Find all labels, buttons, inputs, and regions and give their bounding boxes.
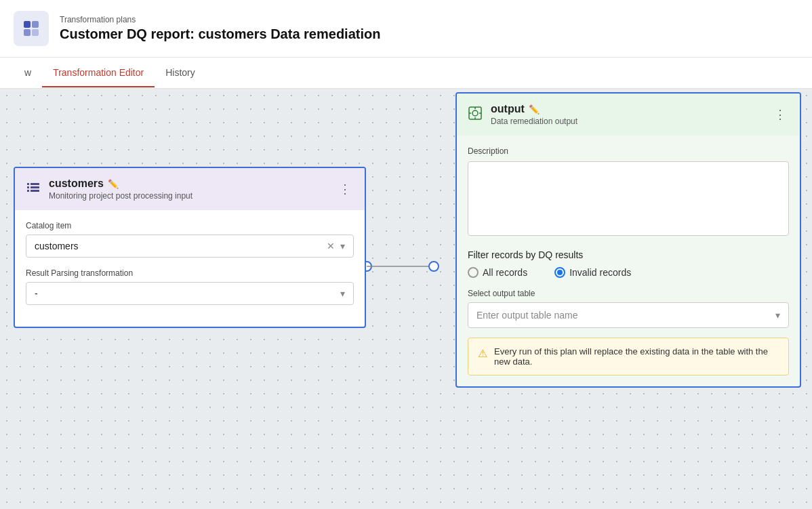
catalog-item-select[interactable]: customers ✕ ▾ xyxy=(26,235,354,258)
output-table-chevron-icon[interactable]: ▾ xyxy=(775,310,780,321)
svg-rect-0 xyxy=(24,21,31,28)
app-header: Transformation plans Customer DQ report:… xyxy=(0,0,812,58)
catalog-item-label: Catalog item xyxy=(26,221,354,230)
radio-invalid-records[interactable]: Invalid records xyxy=(554,267,631,278)
editor-canvas: customers ✏️ Monitoring project post pro… xyxy=(0,89,812,509)
input-node-subtitle: Monitoring project post processing input xyxy=(49,191,336,201)
result-parsing-select[interactable]: - ▾ xyxy=(26,282,354,305)
filter-records-label: Filter records by DQ results xyxy=(468,249,789,260)
radio-all-records[interactable]: All records xyxy=(468,267,527,278)
radio-all-label: All records xyxy=(483,267,527,278)
input-node: customers ✏️ Monitoring project post pro… xyxy=(14,167,366,328)
breadcrumb: Transformation plans xyxy=(60,15,380,24)
svg-rect-11 xyxy=(31,190,39,192)
tab-transformation-editor[interactable]: Transformation Editor xyxy=(42,59,155,87)
warning-icon: ⚠ xyxy=(478,347,487,360)
radio-group: All records Invalid records xyxy=(468,267,789,278)
tabs-bar: w Transformation Editor History xyxy=(0,58,812,89)
tab-overview[interactable]: w xyxy=(14,59,42,87)
radio-all-circle xyxy=(468,267,479,278)
svg-point-5 xyxy=(429,262,439,271)
header-text: Transformation plans Customer DQ report:… xyxy=(60,15,380,42)
input-node-body: Catalog item customers ✕ ▾ Result Parsin… xyxy=(15,210,365,327)
svg-rect-7 xyxy=(31,183,39,185)
output-node-header-text: output ✏️ Data remediation output xyxy=(491,103,771,126)
page-title: Customer DQ report: customers Data remed… xyxy=(60,26,380,42)
svg-rect-8 xyxy=(27,186,29,188)
select-table-label: Select output table xyxy=(468,289,789,298)
input-node-title: customers ✏️ xyxy=(49,178,336,190)
svg-rect-3 xyxy=(32,29,39,36)
clear-icon[interactable]: ✕ xyxy=(327,241,335,251)
description-textarea[interactable] xyxy=(468,161,789,236)
svg-rect-6 xyxy=(27,183,29,185)
output-node-title: output ✏️ xyxy=(491,103,771,115)
catalog-item-value: customers xyxy=(35,241,327,251)
result-parsing-value: - xyxy=(35,288,340,299)
tab-history[interactable]: History xyxy=(155,59,206,87)
output-node-body: Description Filter records by DQ results… xyxy=(457,136,800,386)
result-parsing-select-icons: ▾ xyxy=(340,288,345,299)
warning-box: ⚠ Every run of this plan will replace th… xyxy=(468,338,789,375)
svg-point-13 xyxy=(472,110,478,116)
edit-output-node-icon[interactable]: ✏️ xyxy=(529,104,540,115)
svg-rect-2 xyxy=(24,29,31,36)
output-node-subtitle: Data remediation output xyxy=(491,117,771,126)
output-node: output ✏️ Data remediation output ⋮ Desc… xyxy=(455,92,801,388)
output-node-header: output ✏️ Data remediation output ⋮ xyxy=(457,94,800,136)
input-node-header-text: customers ✏️ Monitoring project post pro… xyxy=(49,178,336,201)
description-label: Description xyxy=(468,146,789,156)
catalog-item-select-icons: ✕ ▾ xyxy=(327,241,345,251)
output-table-select[interactable]: Enter output table name ▾ xyxy=(468,302,789,328)
app-icon xyxy=(14,11,49,46)
output-node-icon xyxy=(468,106,483,123)
input-node-menu-button[interactable]: ⋮ xyxy=(336,179,354,199)
svg-rect-10 xyxy=(27,190,29,192)
edit-input-node-icon[interactable]: ✏️ xyxy=(108,179,119,189)
svg-rect-1 xyxy=(32,21,39,28)
radio-invalid-label: Invalid records xyxy=(569,267,631,278)
chevron-down-icon-2[interactable]: ▾ xyxy=(340,288,345,299)
input-node-header: customers ✏️ Monitoring project post pro… xyxy=(15,168,365,210)
chevron-down-icon[interactable]: ▾ xyxy=(340,241,345,251)
svg-rect-9 xyxy=(31,186,39,188)
list-icon xyxy=(26,180,41,198)
output-table-placeholder: Enter output table name xyxy=(476,310,577,321)
warning-text: Every run of this plan will replace the … xyxy=(494,346,779,367)
output-node-menu-button[interactable]: ⋮ xyxy=(771,104,789,125)
result-parsing-label: Result Parsing transformation xyxy=(26,268,354,278)
radio-invalid-circle xyxy=(554,267,565,278)
